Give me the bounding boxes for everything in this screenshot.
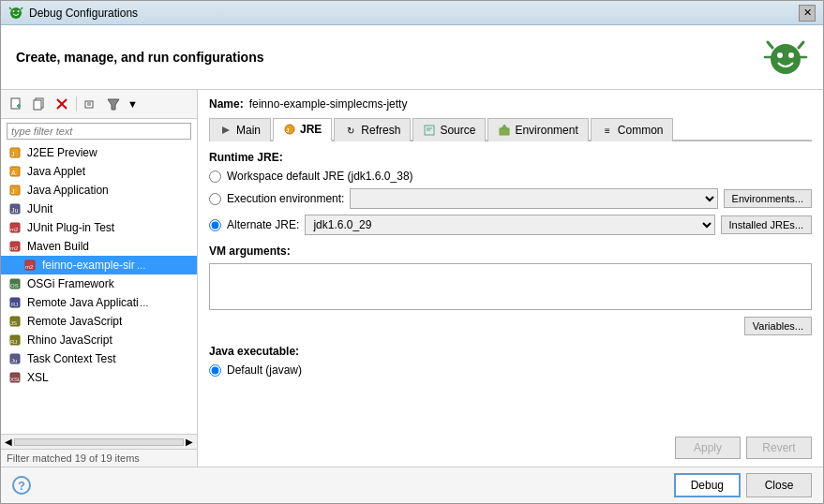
collapse-icon xyxy=(84,97,97,111)
filter-icon xyxy=(107,97,120,111)
variables-button[interactable]: Variables... xyxy=(744,317,812,335)
tab-jre[interactable]: J JRE xyxy=(273,118,332,141)
tab-refresh[interactable]: ↻ Refresh xyxy=(334,118,411,141)
tree-item-junit-plugin[interactable]: m2 JUnit Plug-in Test xyxy=(1,218,197,237)
svg-text:J: J xyxy=(11,151,15,157)
tab-main[interactable]: Main xyxy=(209,118,271,141)
tree-item-j2ee[interactable]: J J2EE Preview xyxy=(1,143,197,162)
scroll-right-button[interactable]: ▶ xyxy=(186,437,193,447)
new-icon xyxy=(10,97,23,111)
close-window-button[interactable]: ✕ xyxy=(799,5,816,22)
tree-item-xsl[interactable]: XSL XSL xyxy=(1,368,197,387)
junit-plugin-icon: m2 xyxy=(8,220,23,235)
config-tree-list: J J2EE Preview A Java Applet J Java Appl… xyxy=(1,143,197,434)
maven-icon: m2 xyxy=(8,239,23,254)
execution-env-select[interactable] xyxy=(350,188,717,209)
new-config-button[interactable] xyxy=(7,94,27,114)
svg-line-8 xyxy=(768,42,772,48)
tree-item-java-applet-label: Java Applet xyxy=(27,165,85,178)
tree-item-java-applet[interactable]: A Java Applet xyxy=(1,162,197,181)
svg-text:J: J xyxy=(11,188,15,195)
svg-point-1 xyxy=(13,10,15,12)
feinno-overflow-indicator: … xyxy=(137,260,146,271)
alternate-jre-row: Alternate JRE: jdk1.6.0_29 Installed JRE… xyxy=(209,215,812,235)
tree-item-task-context[interactable]: Ju Task Context Test xyxy=(1,349,197,368)
alternate-jre-select[interactable]: jdk1.6.0_29 xyxy=(305,215,714,235)
environments-button[interactable]: Environments... xyxy=(724,189,812,208)
tree-item-maven[interactable]: m2 Maven Build xyxy=(1,237,197,256)
tree-item-j2ee-label: J2EE Preview xyxy=(27,146,97,159)
tree-item-rhino-js-label: Rhino JavaScript xyxy=(27,334,112,347)
svg-point-5 xyxy=(771,44,801,74)
debug-button[interactable]: Debug xyxy=(674,473,741,497)
delete-config-button[interactable] xyxy=(52,94,72,114)
filter-dropdown-button[interactable]: ▼ xyxy=(127,98,138,110)
default-javaw-radio[interactable] xyxy=(209,364,221,377)
main-tab-icon xyxy=(219,124,232,137)
right-panel: Name: feinno-example-simplecms-jetty Mai… xyxy=(198,90,823,467)
duplicate-config-button[interactable] xyxy=(29,94,50,114)
alternate-jre-radio[interactable] xyxy=(209,219,221,231)
vm-args-section: VM arguments: Variables... xyxy=(209,245,812,335)
scroll-left-button[interactable]: ◀ xyxy=(5,437,12,447)
tab-common[interactable]: ≡ Common xyxy=(591,118,674,141)
tree-item-remote-java[interactable]: RJ Remote Java Applicati … xyxy=(1,293,197,312)
tree-item-junit-label: JUnit xyxy=(27,202,52,215)
tab-common-label: Common xyxy=(618,124,664,137)
java-exec-section: Java executable: Default (javaw) xyxy=(209,345,812,377)
close-button[interactable]: Close xyxy=(746,473,812,497)
tree-item-osgi-label: OSGi Framework xyxy=(27,277,114,290)
tree-item-rhino-js[interactable]: RJ Rhino JavaScript xyxy=(1,331,197,349)
debug-configurations-dialog: Debug Configurations ✕ Create, manage, a… xyxy=(0,0,824,504)
osgi-icon: OS xyxy=(8,276,23,291)
apply-revert-buttons: Apply Revert xyxy=(209,433,812,459)
tab-source-label: Source xyxy=(440,124,475,137)
title-bar-left: Debug Configurations xyxy=(8,6,138,21)
default-javaw-label: Default (javaw) xyxy=(227,363,302,377)
svg-text:m2: m2 xyxy=(25,264,34,270)
workspace-jre-radio[interactable] xyxy=(209,170,221,183)
svg-text:A: A xyxy=(11,170,16,176)
horizontal-scrollbar[interactable] xyxy=(14,438,184,446)
svg-text:J: J xyxy=(286,127,289,133)
tree-item-feinno[interactable]: m2 feinno-example-sir … xyxy=(1,256,197,274)
xsl-icon: XSL xyxy=(8,370,23,385)
filter-input[interactable] xyxy=(7,123,191,140)
execution-env-label: Execution environment: xyxy=(227,192,344,205)
remote-js-icon: JS xyxy=(8,314,23,329)
apply-button[interactable]: Apply xyxy=(675,437,741,459)
vm-args-textarea[interactable] xyxy=(209,263,812,310)
tab-main-label: Main xyxy=(236,124,261,137)
header-title: Create, manage, and run configurations xyxy=(16,50,264,65)
workspace-jre-label: Workspace default JRE (jdk1.6.0_38) xyxy=(227,170,413,183)
title-bar: Debug Configurations ✕ xyxy=(1,1,823,25)
tree-item-java-app-label: Java Application xyxy=(27,184,109,197)
tab-environment[interactable]: Environment xyxy=(487,118,588,141)
tree-item-java-app[interactable]: J Java Application xyxy=(1,181,197,200)
svg-marker-22 xyxy=(108,99,119,110)
tree-item-junit[interactable]: Ju JUnit xyxy=(1,200,197,218)
revert-button[interactable]: Revert xyxy=(746,437,812,459)
execution-env-radio[interactable] xyxy=(209,193,221,205)
header-section: Create, manage, and run configurations xyxy=(1,25,823,90)
vm-args-label: VM arguments: xyxy=(209,245,812,258)
left-panel: ▼ J J2EE Preview A Java Applet xyxy=(1,90,198,467)
svg-point-7 xyxy=(788,52,794,58)
help-button[interactable]: ? xyxy=(12,476,31,495)
tabs-bar: Main J JRE ↻ Refresh Source xyxy=(209,118,812,141)
name-row: Name: feinno-example-simplecms-jetty xyxy=(209,97,812,111)
collapse-all-button[interactable] xyxy=(81,94,101,114)
name-value: feinno-example-simplecms-jetty xyxy=(249,97,408,111)
left-toolbar: ▼ xyxy=(1,90,197,119)
workspace-jre-row: Workspace default JRE (jdk1.6.0_38) xyxy=(209,170,812,183)
tree-item-xsl-label: XSL xyxy=(27,371,49,384)
execution-env-row: Execution environment: Environments... xyxy=(209,188,812,209)
tab-source[interactable]: Source xyxy=(412,118,486,141)
filter-button[interactable] xyxy=(103,94,124,114)
tree-item-remote-js[interactable]: JS Remote JavaScript xyxy=(1,312,197,331)
tree-item-osgi[interactable]: OS OSGi Framework xyxy=(1,274,197,293)
header-bug-icon xyxy=(763,35,808,80)
variables-row: Variables... xyxy=(209,317,812,335)
installed-jres-button[interactable]: Installed JREs... xyxy=(721,215,812,234)
rhino-js-icon: RJ xyxy=(8,333,23,348)
